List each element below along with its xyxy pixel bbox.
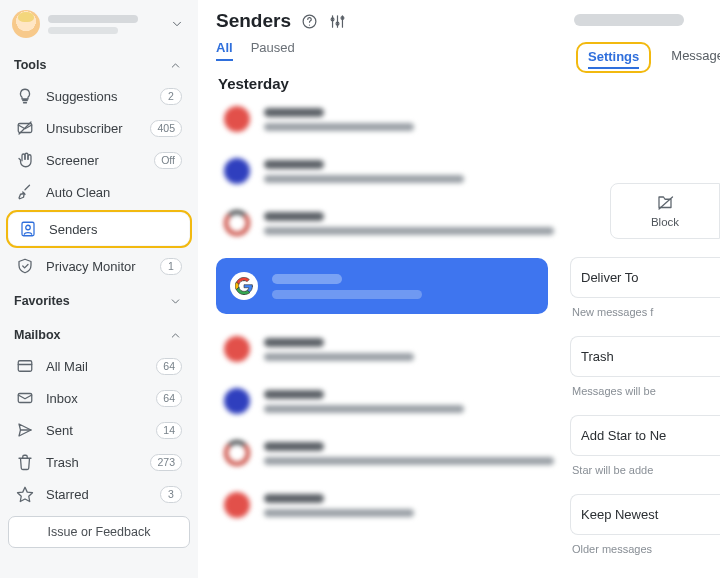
nav-badge: 64 (156, 358, 182, 375)
nav-badge: Off (154, 152, 182, 169)
sender-avatar (224, 492, 250, 518)
google-icon (230, 272, 258, 300)
sender-name-placeholder (574, 14, 684, 26)
broom-icon (16, 183, 34, 201)
nav-label: Senders (49, 222, 97, 237)
star-icon (16, 485, 34, 503)
sidebar-item-trash[interactable]: Trash 273 (6, 446, 192, 478)
nav-label: Unsubscriber (46, 121, 123, 136)
setting-note: Star will be adde (572, 464, 720, 476)
section-label: Mailbox (14, 328, 61, 342)
block-label: Block (651, 216, 679, 228)
block-button[interactable]: Block (610, 183, 720, 239)
main-tabs: All Paused (216, 40, 548, 61)
sender-row[interactable] (216, 206, 548, 240)
tab-paused[interactable]: Paused (251, 40, 295, 61)
setting-row[interactable]: Trash (570, 336, 720, 377)
sender-row[interactable] (216, 102, 548, 136)
nav-label: Screener (46, 153, 99, 168)
lightbulb-icon (16, 87, 34, 105)
group-header: Yesterday (218, 75, 548, 92)
sender-avatar (224, 440, 250, 466)
sidebar-item-unsubscriber[interactable]: Unsubscriber 405 (6, 112, 192, 144)
sender-avatar (224, 210, 250, 236)
page-title: Senders (216, 10, 291, 32)
section-label: Favorites (14, 294, 70, 308)
hand-icon (16, 151, 34, 169)
sender-list (216, 102, 548, 532)
nav-label: Inbox (46, 391, 78, 406)
feedback-label: Issue or Feedback (48, 525, 151, 539)
chevron-up-icon[interactable] (166, 56, 184, 74)
section-label: Tools (14, 58, 46, 72)
mail-off-icon (16, 119, 34, 137)
nav-badge: 273 (150, 454, 182, 471)
sender-row[interactable] (216, 154, 548, 188)
profile-header[interactable] (6, 8, 192, 46)
sidebar-item-suggestions[interactable]: Suggestions 2 (6, 80, 192, 112)
help-icon[interactable] (301, 12, 319, 30)
svg-marker-8 (18, 487, 33, 501)
nav-label: All Mail (46, 359, 88, 374)
sidebar: Tools Suggestions 2 Unsubscriber 405 Scr… (0, 0, 198, 578)
nav-label: Privacy Monitor (46, 259, 136, 274)
setting-note: New messages f (572, 306, 720, 318)
main-panel: Senders All Paused Yesterday (198, 0, 562, 578)
contact-icon (19, 220, 37, 238)
nav-badge: 405 (150, 120, 182, 137)
sender-row[interactable] (216, 384, 548, 418)
section-header-favorites[interactable]: Favorites (6, 282, 192, 316)
section-header-tools[interactable]: Tools (6, 46, 192, 80)
profile-info (48, 15, 160, 34)
sender-row-selected[interactable] (216, 258, 548, 314)
nav-label: Suggestions (46, 89, 118, 104)
sender-row[interactable] (216, 436, 548, 470)
nav-label: Trash (46, 455, 79, 470)
sidebar-item-autoclean[interactable]: Auto Clean (6, 176, 192, 208)
right-panel: Settings Messages Block Deliver ToNew me… (562, 0, 720, 578)
chevron-up-icon[interactable] (166, 326, 184, 344)
section-header-mailbox[interactable]: Mailbox (6, 316, 192, 350)
tab-settings[interactable]: Settings (588, 49, 639, 69)
setting-row[interactable]: Keep Newest (570, 494, 720, 535)
sidebar-item-allmail[interactable]: All Mail 64 (6, 350, 192, 382)
feedback-button[interactable]: Issue or Feedback (8, 516, 190, 548)
sender-avatar (224, 336, 250, 362)
setting-note: Messages will be (572, 385, 720, 397)
settings-sliders-icon[interactable] (329, 12, 347, 30)
sidebar-item-sent[interactable]: Sent 14 (6, 414, 192, 446)
setting-note: Older messages (572, 543, 720, 555)
nav-badge: 1 (160, 258, 182, 275)
chevron-down-icon[interactable] (168, 15, 186, 33)
sidebar-item-inbox[interactable]: Inbox 64 (6, 382, 192, 414)
shield-icon (16, 257, 34, 275)
svg-point-3 (26, 225, 31, 230)
sender-avatar (224, 158, 250, 184)
trash-icon (16, 453, 34, 471)
chevron-down-icon[interactable] (166, 292, 184, 310)
sender-avatar (224, 106, 250, 132)
sender-row[interactable] (216, 488, 548, 522)
sidebar-item-privacy[interactable]: Privacy Monitor 1 (6, 250, 192, 282)
nav-badge: 2 (160, 88, 182, 105)
right-tabs: Settings Messages (570, 42, 720, 73)
nav-badge: 64 (156, 390, 182, 407)
nav-label: Sent (46, 423, 73, 438)
sender-row[interactable] (216, 332, 548, 366)
tab-messages[interactable]: Messages (671, 42, 720, 63)
envelope-icon (16, 389, 34, 407)
svg-rect-6 (18, 394, 32, 403)
nav-badge: 3 (160, 486, 182, 503)
sidebar-item-screener[interactable]: Screener Off (6, 144, 192, 176)
avatar (12, 10, 40, 38)
block-icon (656, 194, 674, 212)
tab-all[interactable]: All (216, 40, 233, 61)
sender-avatar (224, 388, 250, 414)
sidebar-item-starred[interactable]: Starred 3 (6, 478, 192, 510)
svg-rect-4 (18, 361, 32, 372)
setting-row[interactable]: Deliver To (570, 257, 720, 298)
setting-row[interactable]: Add Star to Ne (570, 415, 720, 456)
send-icon (16, 421, 34, 439)
nav-badge: 14 (156, 422, 182, 439)
sidebar-item-senders[interactable]: Senders (9, 213, 189, 245)
